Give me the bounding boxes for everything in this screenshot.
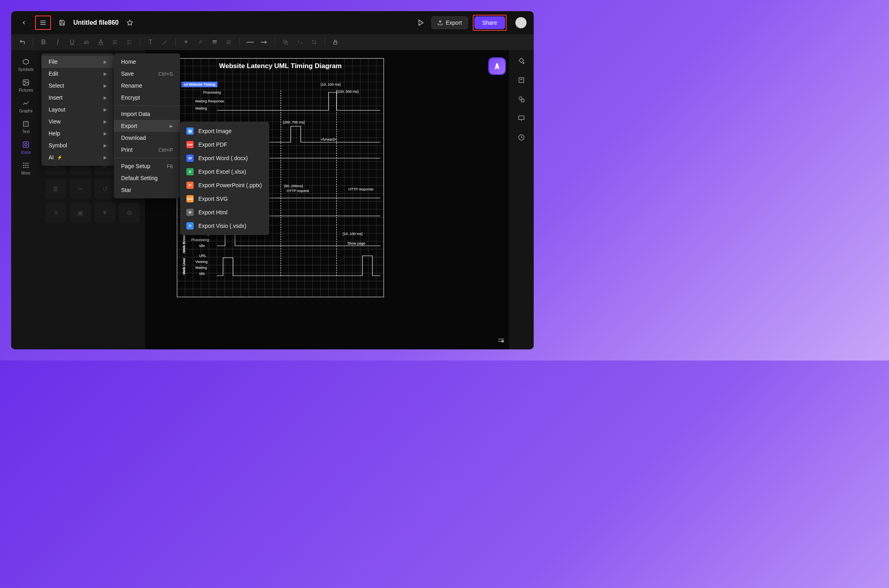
export-word[interactable]: WExport Word (.docx)	[180, 151, 269, 165]
icon-cell[interactable]: ⚙	[119, 202, 140, 223]
layer-button[interactable]	[280, 37, 291, 48]
underline-button[interactable]: U	[67, 37, 78, 48]
sidebar-text[interactable]: T Text	[14, 117, 38, 136]
line-spacing-button[interactable]	[124, 37, 135, 48]
menu-separator	[114, 106, 180, 106]
timing-annotation: HTTP request	[287, 189, 309, 193]
file-encrypt[interactable]: Encrypt	[114, 92, 180, 104]
file-import-data[interactable]: Import Data	[114, 108, 180, 120]
play-button[interactable]	[415, 17, 427, 28]
swap-icon[interactable]	[515, 74, 527, 86]
svg-point-23	[24, 81, 25, 82]
line-weight-button[interactable]	[209, 37, 220, 48]
file-submenu: Home SaveCtrl+S Rename Encrypt Import Da…	[114, 53, 180, 198]
sd-tag: sd Website Timing	[181, 82, 217, 87]
text-tool-button[interactable]: T	[145, 37, 156, 48]
svg-rect-26	[23, 142, 29, 147]
lowercase-button[interactable]: ab	[81, 37, 92, 48]
user-avatar[interactable]	[515, 17, 527, 28]
text-color-button[interactable]: A	[95, 37, 106, 48]
icon-cell[interactable]: ✂	[70, 178, 91, 199]
line-style-button[interactable]	[223, 37, 235, 48]
timing-annotation: «forward»	[321, 137, 337, 141]
flip-button[interactable]	[294, 37, 305, 48]
left-sidebar: Symbols Pictures Graphs T Text Icons Mor…	[11, 50, 41, 349]
fill-tool-icon[interactable]	[515, 55, 527, 67]
menu-layout[interactable]: Layout▶	[41, 104, 114, 116]
svg-marker-3	[127, 20, 132, 25]
timing-annotation: {10..100 ms}	[321, 82, 341, 86]
export-html[interactable]: HExport Html	[180, 206, 269, 219]
menu-insert[interactable]: Insert▶	[41, 92, 114, 104]
state-label: Waiting Response	[195, 99, 224, 103]
line-none-button[interactable]	[245, 37, 256, 48]
svg-point-46	[502, 340, 504, 342]
icon-cell[interactable]: ▼	[94, 202, 115, 223]
svg-point-33	[27, 165, 29, 166]
file-rename[interactable]: Rename	[114, 80, 180, 92]
state-label: Idle	[199, 272, 205, 276]
highlighter-button[interactable]	[195, 37, 206, 48]
arrow-right-button[interactable]	[259, 37, 270, 48]
sidebar-symbols[interactable]: Symbols	[14, 55, 38, 74]
export-image[interactable]: ▧Export Image	[180, 124, 269, 138]
file-star[interactable]: Star	[114, 184, 180, 196]
menu-select[interactable]: Select▶	[41, 80, 114, 92]
export-svg[interactable]: SVGExport SVG	[180, 192, 269, 206]
italic-button[interactable]: I	[52, 37, 63, 48]
shapes-icon[interactable]	[515, 93, 527, 105]
back-button[interactable]	[18, 17, 29, 28]
file-page-setup[interactable]: Page SetupF6	[114, 160, 180, 172]
sidebar-more[interactable]: More	[14, 159, 38, 178]
export-pdf[interactable]: PDFExport PDF	[180, 138, 269, 151]
present-icon[interactable]	[515, 112, 527, 124]
icon-cell[interactable]: ▣	[70, 202, 91, 223]
undo-button[interactable]	[17, 37, 28, 48]
menu-edit[interactable]: Edit▶	[41, 68, 114, 80]
share-button[interactable]: Share	[474, 16, 505, 29]
settings-toggle-icon[interactable]	[497, 337, 505, 344]
document-title[interactable]: Untitled file860	[73, 19, 119, 26]
menu-symbol[interactable]: Symbol▶	[41, 139, 114, 151]
block-web-user: :Web User	[182, 258, 186, 275]
sidebar-icons[interactable]: Icons	[14, 138, 38, 157]
sidebar-pictures[interactable]: Pictures	[14, 76, 38, 95]
fill-button[interactable]	[180, 37, 192, 48]
star-icon[interactable]	[124, 17, 135, 28]
export-powerpoint[interactable]: PExport PowerPoint (.pptx)	[180, 178, 269, 192]
file-download[interactable]: Download	[114, 132, 180, 144]
export-button[interactable]: Export	[431, 16, 468, 29]
svg-rect-40	[521, 99, 524, 102]
icon-cell[interactable]: ✕	[45, 202, 66, 223]
menu-help[interactable]: Help▶	[41, 127, 114, 139]
align-button[interactable]	[110, 37, 121, 48]
bold-button[interactable]: B	[38, 37, 49, 48]
lock-button[interactable]	[330, 37, 341, 48]
timing-annotation: {50..200ms}	[284, 184, 303, 188]
ai-badge[interactable]	[489, 58, 505, 74]
file-home[interactable]: Home	[114, 56, 180, 68]
icon-cell[interactable]: 🗑	[45, 178, 66, 199]
menu-ai[interactable]: AI⚡▶	[41, 151, 114, 163]
svg-point-27	[25, 143, 27, 146]
file-default-setting[interactable]: Default Setting	[114, 172, 180, 184]
svg-point-28	[23, 163, 24, 164]
menu-view[interactable]: View▶	[41, 116, 114, 127]
save-icon[interactable]	[57, 17, 68, 28]
export-excel[interactable]: XExport Excel (.xlsx)	[180, 165, 269, 178]
menu-file[interactable]: File▶	[41, 56, 114, 68]
line-tool-button[interactable]	[159, 37, 170, 48]
file-export[interactable]: Export▶	[114, 120, 180, 132]
hamburger-menu-button[interactable]	[37, 17, 49, 28]
sidebar-graphs[interactable]: Graphs	[14, 96, 38, 116]
file-save[interactable]: SaveCtrl+S	[114, 68, 180, 80]
icon-cell[interactable]: ↺	[94, 178, 115, 199]
svg-marker-4	[419, 20, 423, 25]
state-label: Waiting	[195, 106, 207, 110]
state-label: Processing	[191, 238, 209, 242]
svg-icon: SVG	[186, 195, 194, 202]
history-icon[interactable]	[515, 131, 527, 143]
export-visio[interactable]: VExport Visio (.vsdx)	[180, 219, 269, 233]
crop-button[interactable]	[309, 37, 320, 48]
file-print[interactable]: PrintCtrl+P	[114, 144, 180, 156]
